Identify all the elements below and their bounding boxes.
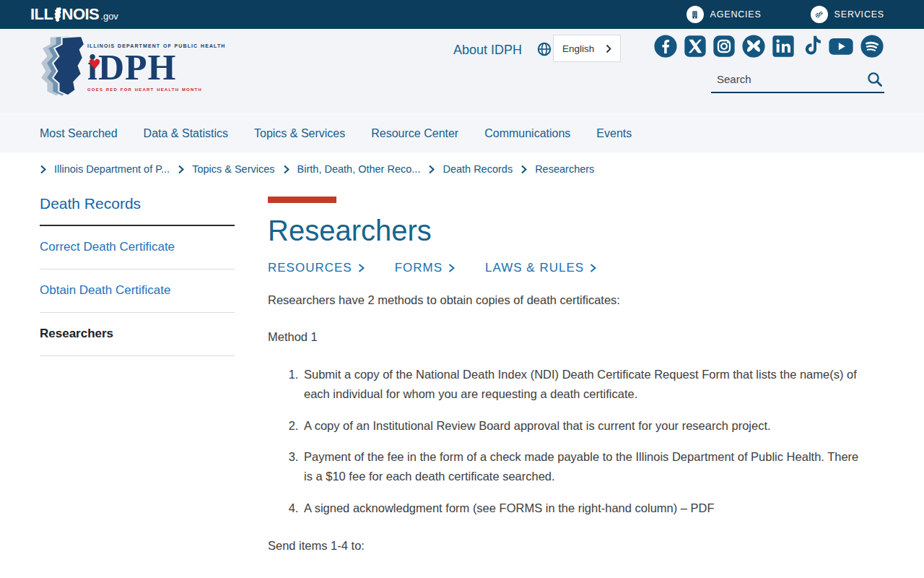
heart-icon: ♥ [88, 46, 102, 82]
chevron-right-icon [283, 165, 289, 174]
idph-logo[interactable]: Illinois Department of Public Health iDP… [40, 36, 225, 97]
tiktok-icon[interactable] [801, 34, 822, 59]
language-selector[interactable]: English [553, 35, 621, 62]
breadcrumb-item[interactable]: Topics & Services [192, 163, 274, 175]
nav-item[interactable]: Topics & Services [254, 127, 345, 140]
gov-logo-suffix: .gov [100, 11, 118, 22]
sidebar-items: Correct Death CertificateObtain Death Ce… [40, 226, 235, 356]
chevron-right-icon [178, 165, 184, 174]
method-step: A copy of an Institutional Review Board … [302, 416, 867, 436]
chevron-right-icon [590, 263, 596, 273]
method-step: A signed acknowledgment form (see FORMS … [302, 499, 867, 518]
site-header: Illinois Department of Public Health iDP… [0, 29, 924, 113]
quick-link[interactable]: LAWS & RULES [485, 261, 596, 275]
agencies-label: AGENCIES [710, 9, 762, 20]
nav-item[interactable]: Communications [484, 127, 570, 140]
idph-logo-text: Illinois Department of Public Health iDP… [87, 41, 225, 92]
quick-links: RESOURCES FORMS LAWS & RULES [268, 261, 867, 275]
instagram-icon[interactable] [712, 35, 736, 58]
address-line: Illinois Department of Public Health [268, 574, 867, 578]
sidebar-title-death-records[interactable]: Death Records [40, 195, 235, 226]
quick-link[interactable]: RESOURCES [268, 261, 365, 275]
chevron-right-icon [448, 263, 455, 273]
page-content: Death Records Correct Death CertificateO… [0, 181, 924, 578]
chevron-right-icon [358, 263, 365, 273]
x-icon[interactable] [684, 35, 707, 58]
chevron-right-icon [428, 165, 435, 174]
page-title: Researchers [268, 215, 867, 247]
about-idph-link[interactable]: About IDPH [453, 43, 522, 58]
breadcrumb-item[interactable]: Researchers [535, 163, 594, 175]
method-step: Payment of the fee in the form of a chec… [302, 447, 867, 486]
youtube-icon[interactable] [828, 35, 854, 58]
gov-logo-text-left: ILL [30, 5, 53, 24]
method-steps-list: Submit a copy of the National Death Inde… [268, 365, 867, 518]
services-label: SERVICES [834, 9, 884, 20]
chevron-right-icon [606, 44, 611, 53]
bluesky-icon[interactable] [741, 34, 766, 59]
idph-acronym: iDPH♥ [87, 49, 225, 85]
send-instruction: Send items 1-4 to: [268, 536, 867, 555]
search-input[interactable] [711, 66, 865, 92]
chevron-right-icon [40, 165, 46, 174]
mailing-address: Illinois Department of Public HealthDivi… [268, 574, 867, 578]
language-selected: English [562, 43, 594, 54]
search-box [711, 66, 884, 93]
title-accent-bar [268, 197, 336, 203]
search-icon [866, 71, 884, 88]
agencies-link[interactable]: AGENCIES [687, 6, 762, 23]
chevron-right-icon [520, 165, 527, 174]
breadcrumb-item[interactable]: Death Records [443, 163, 513, 175]
nav-item[interactable]: Resource Center [371, 127, 458, 140]
government-topbar: ILL NOIS .gov AGENCIES [0, 0, 924, 29]
services-link[interactable]: SERVICES [811, 6, 884, 23]
social-links [653, 34, 884, 59]
method-step: Submit a copy of the National Death Inde… [302, 365, 867, 404]
sidebar-item[interactable]: Obtain Death Certificate [40, 269, 235, 313]
sidebar-item[interactable]: Researchers [40, 313, 235, 356]
agencies-building-icon [687, 6, 704, 23]
search-button[interactable] [865, 71, 885, 88]
nav-item[interactable]: Events [596, 127, 632, 140]
nav-item[interactable]: Data & Statistics [144, 127, 228, 140]
sidebar-item[interactable]: Correct Death Certificate [40, 226, 235, 269]
topbar-links: AGENCIES SERVICES [687, 6, 884, 23]
illinois-gov-logo[interactable]: ILL NOIS .gov [30, 5, 118, 24]
gov-logo-text-right: NOIS [62, 5, 100, 24]
services-gears-icon [811, 6, 828, 23]
idph-state-mark [40, 36, 82, 97]
globe-icon [537, 42, 552, 56]
intro-paragraph: Researchers have 2 methods to obtain cop… [268, 290, 867, 309]
method-label: Method 1 [268, 327, 867, 346]
main-article: Researchers RESOURCES FORMS [268, 195, 867, 578]
quick-link[interactable]: FORMS [395, 261, 455, 275]
spotify-icon[interactable] [860, 34, 884, 59]
breadcrumb-item[interactable]: Birth, Death, Other Reco... [297, 163, 421, 175]
linkedin-icon[interactable] [772, 35, 795, 58]
nav-item[interactable]: Most Searched [40, 127, 118, 140]
illinois-state-icon [54, 7, 61, 22]
main-navigation: Most SearchedData & StatisticsTopics & S… [0, 113, 924, 152]
sidebar: Death Records Correct Death CertificateO… [40, 195, 235, 578]
breadcrumb-item[interactable]: Illinois Department of P... [54, 163, 170, 175]
facebook-icon[interactable] [653, 34, 678, 59]
breadcrumb: Illinois Department of P... Topics & Ser… [0, 152, 924, 181]
